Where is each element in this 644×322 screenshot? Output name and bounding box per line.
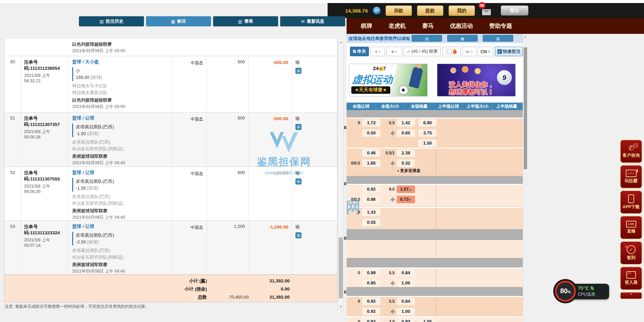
- bet-detail-icon[interactable]: ▤: [295, 232, 302, 238]
- odds-cell[interactable]: 0.32: [397, 159, 415, 167]
- odds-cell[interactable]: 0.84: [397, 269, 415, 277]
- checkbox[interactable]: [447, 49, 452, 54]
- scroll-up-icon[interactable]: ▲: [338, 40, 343, 44]
- tab-label: 投注历史: [106, 18, 123, 24]
- odds-cell[interactable]: 0.86: [362, 196, 380, 203]
- market-header[interactable]: 全场独赢: [405, 103, 434, 110]
- scrollbar-thumb[interactable]: [339, 237, 343, 298]
- market-link[interactable]: 篮球 / 让球: [72, 170, 168, 176]
- market-header[interactable]: 全场让球: [347, 103, 376, 110]
- hot-filter-toggle[interactable]: [442, 47, 461, 56]
- language-dropdown[interactable]: CN ∨: [478, 47, 493, 56]
- view-dropdown[interactable]: ≔ ∨: [462, 47, 476, 56]
- subtotal-win-value: 31,392.00: [269, 277, 290, 285]
- odds-cell[interactable]: 1.50: [418, 139, 437, 147]
- odds-cell[interactable]: 0.99: [362, 269, 380, 277]
- customer-service-button[interactable]: ✆24 客户咨询: [620, 139, 642, 163]
- odds-cell[interactable]: 0.92: [362, 298, 380, 305]
- scroll-up-icon[interactable]: ▲: [523, 35, 528, 38]
- nav-item-promotions[interactable]: 优惠活动: [450, 22, 473, 30]
- app-download-button[interactable]: ∷ APP下载: [620, 190, 642, 214]
- quick-bet-toggle[interactable]: ✓ 快速投注: [495, 47, 523, 56]
- odds-cell[interactable]: 3.75: [418, 129, 437, 137]
- slots-button[interactable]: 777 玩拉霸: [620, 165, 642, 189]
- odds-cell[interactable]: 1.00: [397, 279, 415, 287]
- market-link[interactable]: 篮球 / 让球: [72, 115, 168, 121]
- chevron-down-icon: ∨: [378, 50, 381, 53]
- odds-cell[interactable]: 0.60: [397, 129, 415, 137]
- odds-cell[interactable]: 0.73▼: [397, 196, 415, 203]
- odds-cell[interactable]: 6.90: [418, 119, 437, 127]
- bet-detail-icon[interactable]: ▤: [295, 178, 302, 185]
- row-number: 53: [4, 221, 21, 274]
- left-table-scrollbar[interactable]: ▲ ▼: [338, 39, 344, 310]
- market-header[interactable]: 上半场让球: [434, 103, 463, 110]
- market-header[interactable]: 上半场独赢: [492, 103, 521, 110]
- bet-detail-icon[interactable]: ▤: [295, 68, 302, 74]
- league-filter-button[interactable]: ✓ (45 / 45) 联赛: [404, 47, 441, 56]
- odds-cell[interactable]: 1.33: [362, 209, 380, 216]
- odds-cell[interactable]: 0.50: [362, 129, 380, 137]
- match-odds-group: 0.460.5/12.380/0.51.85小0.32▾ 更多亚洲盘: [347, 149, 523, 176]
- tab-bet-history[interactable]: ▤ 投注历史: [79, 16, 144, 26]
- odds-cell[interactable]: 1.85: [362, 159, 380, 167]
- odds-cell[interactable]: 0.55: [362, 219, 380, 226]
- market-header[interactable]: 上半场大/小: [463, 103, 492, 110]
- withdraw-button[interactable]: 提款: [417, 5, 443, 16]
- tab-statement[interactable]: ▦ 帐目: [146, 16, 211, 26]
- deposit-button[interactable]: 存款: [386, 5, 412, 16]
- odds-cell[interactable]: 0.92: [362, 186, 380, 193]
- nav-item-chess[interactable]: 棋牌: [361, 22, 372, 30]
- market-header[interactable]: 全场大/小: [376, 103, 405, 110]
- odds-cell[interactable]: 0.92: [362, 308, 380, 315]
- live-stream-button[interactable]: LIVE 直播: [620, 216, 642, 239]
- banner-play-anywhere[interactable]: 9 没人关得住你， 想玩哪都可以！: [437, 64, 516, 96]
- odds-cell[interactable]: 0.46: [362, 149, 380, 157]
- tab-latest-news[interactable]: ✉ 最新讯息: [280, 16, 345, 26]
- scrollbar-thumb[interactable]: [524, 47, 527, 169]
- market-link[interactable]: 篮球 / 大小盘: [72, 59, 168, 65]
- odds-cell[interactable]: 0.85: [362, 279, 380, 287]
- nav-item-slots[interactable]: 老虎机: [389, 22, 406, 30]
- refresh-balance-icon[interactable]: ⟳: [373, 7, 380, 14]
- order-number: 注单号码:111311236054: [24, 59, 65, 71]
- more-asian-lines-link[interactable]: ▾ 更多亚洲盘: [347, 168, 523, 175]
- result-value: -1,200.00: [269, 224, 288, 230]
- notice-button-results[interactable]: ▧: [483, 35, 513, 42]
- login-tool-button[interactable]: ••• 登入器: [620, 266, 642, 290]
- odds-cell[interactable]: 1.00: [397, 308, 415, 315]
- match-odds-group: 01.330.55: [347, 208, 523, 229]
- odds-cell[interactable]: 1.05: [418, 318, 437, 322]
- my-account-button[interactable]: 我的: [449, 5, 475, 16]
- add-dropdown[interactable]: + ∨: [371, 47, 385, 56]
- odds-cell[interactable]: 1.07▲: [397, 186, 415, 193]
- logout-button[interactable]: 登出: [501, 5, 528, 16]
- nav-item-sponsor[interactable]: 赞助专题: [489, 22, 512, 30]
- notice-button-history[interactable]: ▤: [412, 35, 442, 42]
- odds-panel-scrollbar[interactable]: ▲: [523, 34, 528, 322]
- scroll-down-icon[interactable]: ▼: [338, 305, 343, 308]
- order-time: 2021/3/8 上午 05:00:30: [24, 184, 65, 194]
- odds-cell[interactable]: 0.92: [362, 318, 380, 322]
- check-in-button[interactable]: ✓ 签到: [620, 241, 642, 265]
- notice-button-statement[interactable]: ▦: [447, 35, 478, 42]
- odds-cell[interactable]: 2.38: [397, 149, 415, 157]
- collapse-bar-button[interactable]: ⌃: [620, 292, 642, 299]
- sort-dropdown[interactable]: ≡ ∨: [387, 47, 402, 56]
- odds-cell[interactable]: 0.93: [397, 318, 415, 322]
- odds-cell[interactable]: 1.72: [362, 119, 380, 127]
- messages-button[interactable]: 48: [480, 5, 492, 16]
- odds-cell[interactable]: 0.84: [397, 298, 415, 305]
- tab-results[interactable]: ▧ 赛果: [213, 16, 278, 26]
- order-time: 2021/3/8 上午 05:07:14: [24, 237, 65, 248]
- notification-dot: [625, 245, 627, 248]
- banner-virtual-sports[interactable]: 24◷7 虚拟运动 ★天天有球赛★: [349, 64, 428, 96]
- odds-cell[interactable]: 1.42: [397, 119, 415, 127]
- nav-item-horse-racing[interactable]: 赛马: [422, 22, 434, 30]
- market-link[interactable]: 篮球 / 让球: [72, 223, 168, 230]
- mobile-phone-icon: ∷: [628, 194, 634, 203]
- parlay-button[interactable]: ⧉ 串关: [350, 47, 369, 56]
- bet-detail-icon[interactable]: ▤: [295, 124, 302, 130]
- notice-bar: 改现场走地注单接受程序以缩短注 ▤ ▦ ▧: [347, 34, 523, 43]
- handicap-label: 0: [347, 298, 360, 305]
